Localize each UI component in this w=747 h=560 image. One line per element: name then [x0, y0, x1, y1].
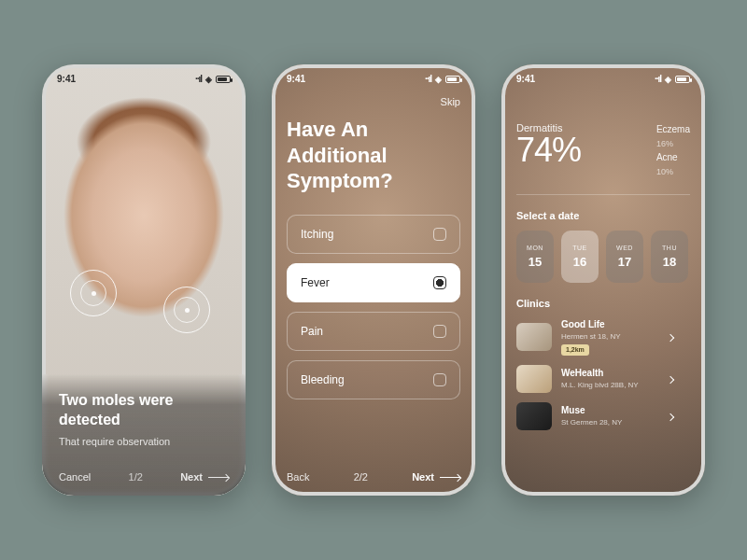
skip-button[interactable]: Skip	[287, 96, 460, 107]
secondary-label: Acne	[656, 152, 678, 162]
clinic-info: Good Life Hermen st 18, NY 1,2km	[561, 318, 664, 356]
status-time: 9:41	[57, 74, 76, 84]
battery-icon	[216, 76, 231, 83]
arrow-right-icon	[440, 477, 460, 478]
status-bar: 9:41	[42, 74, 246, 84]
signal-icon	[425, 74, 431, 84]
checkbox-icon	[433, 325, 446, 338]
status-bar: 9:41	[272, 74, 475, 84]
detection-info-panel: Two moles were detected That require obs…	[42, 374, 246, 496]
battery-icon	[445, 76, 460, 83]
signal-icon	[195, 74, 202, 84]
primary-diagnosis: Dermatitis 74%	[516, 122, 643, 167]
primary-percent: 74%	[516, 133, 643, 167]
detection-title: Two moles were detected	[59, 391, 229, 430]
question-title: Have An Additional Symptom?	[287, 117, 460, 194]
day-of-week: MON	[527, 245, 543, 251]
day-of-week: THU	[662, 245, 677, 251]
secondary-percent: 10%	[656, 165, 690, 178]
date-option[interactable]: THU 18	[651, 231, 688, 283]
status-time: 9:41	[516, 74, 535, 84]
symptom-option[interactable]: Pain	[287, 312, 460, 351]
wifi-icon	[435, 74, 442, 84]
secondary-percent: 16%	[656, 137, 690, 150]
detection-target-2[interactable]	[163, 287, 210, 333]
clinic-address: M.L. King blvd 28B, NY	[561, 380, 664, 390]
clinic-distance: 1,2km	[561, 344, 589, 356]
screen-detection: 9:41 Two moles were detected That requir…	[42, 64, 246, 496]
date-option[interactable]: TUE 16	[561, 231, 599, 283]
next-button[interactable]: Next	[180, 471, 229, 483]
primary-label: Dermatitis	[516, 122, 643, 133]
arrow-right-icon	[208, 477, 229, 478]
date-picker[interactable]: MON 15 TUE 16 WED 17 THU 18	[516, 231, 690, 283]
day-number: 15	[529, 255, 542, 269]
symptom-option[interactable]: Fever	[287, 263, 460, 302]
detection-subtitle: That require observation	[59, 436, 229, 447]
symptom-footer: Back 2/2 Next	[287, 471, 460, 483]
clinic-thumbnail	[516, 402, 552, 430]
clinic-item[interactable]: Muse St Germen 28, NY	[516, 402, 690, 430]
clinic-item[interactable]: WeHealth M.L. King blvd 28B, NY	[516, 365, 690, 393]
next-label: Next	[412, 471, 434, 483]
detection-footer: Cancel 1/2 Next	[59, 471, 229, 483]
detection-target-1[interactable]	[70, 270, 117, 316]
clinic-info: Muse St Germen 28, NY	[561, 404, 664, 427]
back-button[interactable]: Back	[287, 471, 309, 483]
symptom-content: Skip Have An Additional Symptom? Itching…	[272, 64, 475, 496]
clinic-address: Hermen st 18, NY	[561, 331, 664, 342]
clinic-info: WeHealth M.L. King blvd 28B, NY	[561, 367, 664, 390]
day-number: 17	[618, 255, 631, 269]
symptom-option[interactable]: Bleeding	[287, 360, 460, 399]
step-indicator: 1/2	[129, 471, 143, 483]
secondary-label: Eczema	[656, 124, 690, 134]
clinic-item[interactable]: Good Life Hermen st 18, NY 1,2km	[516, 318, 690, 356]
clinic-address: St Germen 28, NY	[561, 417, 664, 427]
signal-icon	[655, 74, 661, 84]
symptom-label: Fever	[301, 276, 330, 289]
secondary-diagnoses: Eczema 16% Acne 10%	[656, 122, 690, 179]
clinic-thumbnail	[516, 365, 552, 393]
date-section-label: Select a date	[516, 210, 690, 221]
screen-symptoms: 9:41 Skip Have An Additional Symptom? It…	[272, 64, 475, 496]
step-indicator: 2/2	[354, 471, 368, 483]
checkbox-icon	[433, 228, 446, 241]
results-content: Dermatitis 74% Eczema 16% Acne 10% Selec…	[501, 64, 705, 496]
status-icons	[655, 74, 690, 84]
diagnosis-row: Dermatitis 74% Eczema 16% Acne 10%	[516, 122, 690, 195]
day-number: 18	[663, 255, 676, 269]
clinic-name: WeHealth	[561, 367, 664, 380]
checkbox-icon	[433, 373, 446, 386]
next-label: Next	[180, 471, 203, 483]
date-option[interactable]: MON 15	[516, 231, 554, 283]
date-option[interactable]: WED 17	[606, 231, 643, 283]
status-bar: 9:41	[501, 74, 705, 84]
clinic-name: Good Life	[561, 318, 664, 331]
status-time: 9:41	[287, 74, 305, 84]
day-number: 16	[573, 255, 586, 269]
next-button[interactable]: Next	[412, 471, 460, 483]
checkbox-icon	[433, 276, 446, 289]
day-of-week: WED	[616, 245, 633, 251]
cancel-button[interactable]: Cancel	[59, 471, 91, 483]
battery-icon	[675, 76, 690, 83]
day-of-week: TUE	[572, 245, 587, 251]
screen-results: 9:41 Dermatitis 74% Eczema 16% Acne 10% …	[501, 64, 705, 496]
status-icons	[195, 74, 231, 84]
symptom-label: Pain	[301, 325, 323, 338]
clinic-name: Muse	[561, 404, 664, 417]
symptom-label: Bleeding	[301, 373, 345, 386]
symptom-option[interactable]: Itching	[287, 215, 460, 254]
wifi-icon	[205, 74, 212, 84]
status-icons	[425, 74, 460, 84]
clinic-thumbnail	[516, 323, 552, 351]
clinics-section-label: Clinics	[516, 298, 690, 309]
wifi-icon	[665, 74, 671, 84]
symptom-label: Itching	[301, 228, 333, 241]
